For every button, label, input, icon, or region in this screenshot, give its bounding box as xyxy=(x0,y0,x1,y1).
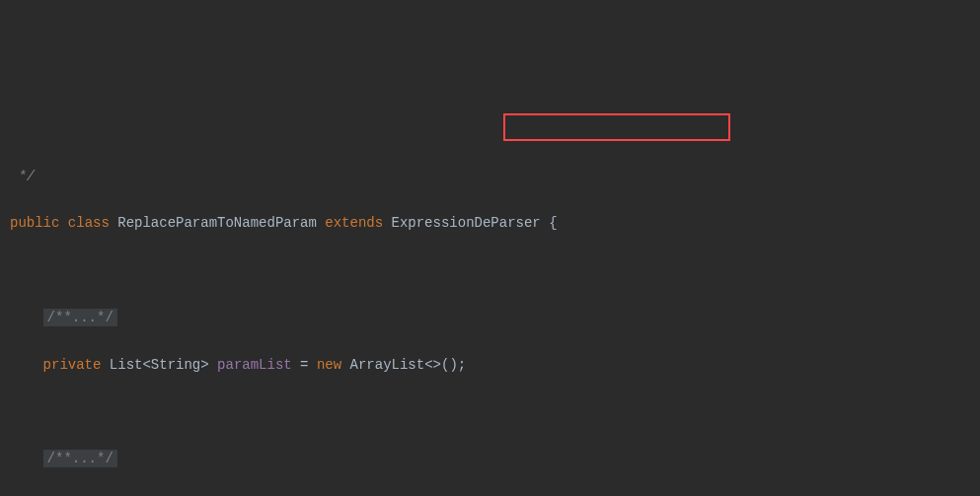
code-line[interactable] xyxy=(10,400,970,424)
collapsed-javadoc[interactable]: /**...*/ xyxy=(43,450,117,467)
highlight-superclass xyxy=(503,113,730,141)
type: ArrayList xyxy=(350,357,425,373)
code-editor[interactable]: */ public class ReplaceParamToNamedParam… xyxy=(0,94,980,496)
code-line[interactable] xyxy=(10,258,970,282)
type: List xyxy=(110,357,143,373)
collapsed-javadoc[interactable]: /**...*/ xyxy=(43,309,117,326)
keyword-new: new xyxy=(317,357,341,373)
parens: (); xyxy=(441,357,466,373)
code-line[interactable]: private List<String> paramList = new Arr… xyxy=(10,353,970,377)
keyword-class: class xyxy=(68,215,110,231)
class-name: ReplaceParamToNamedParam xyxy=(117,215,317,231)
keyword-private: private xyxy=(43,357,102,373)
type: String xyxy=(151,357,200,373)
diamond: <> xyxy=(424,357,441,373)
code-line[interactable]: */ xyxy=(10,165,970,188)
superclass-name: ExpressionDeParser xyxy=(392,215,541,231)
equals: = xyxy=(292,357,317,373)
code-line[interactable]: /**...*/ xyxy=(10,447,970,470)
code-line[interactable]: /**...*/ xyxy=(10,306,970,329)
keyword-extends: extends xyxy=(325,215,383,231)
open-brace: { xyxy=(549,215,557,231)
code-line[interactable]: public class ReplaceParamToNamedParam ex… xyxy=(10,211,970,235)
field-paramlist: paramList xyxy=(217,357,292,373)
keyword-public: public xyxy=(10,215,59,231)
comment-close: */ xyxy=(18,169,35,184)
